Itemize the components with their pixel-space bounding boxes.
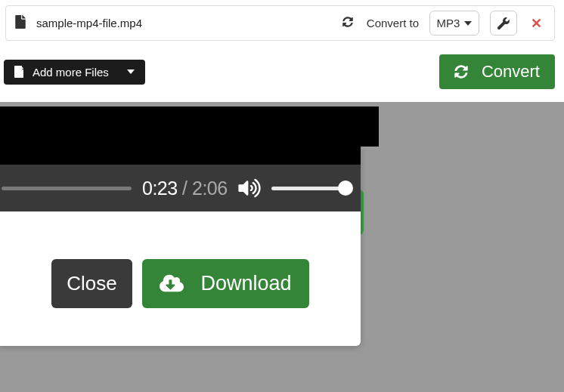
media-controls: 0:23 / 2:06 xyxy=(0,165,361,211)
close-label: Close xyxy=(67,272,116,295)
volume-icon[interactable] xyxy=(238,178,261,198)
download-label: Download xyxy=(200,272,291,295)
black-strip xyxy=(0,106,379,147)
progress-bar[interactable] xyxy=(2,187,132,190)
settings-button[interactable] xyxy=(490,11,517,35)
add-files-button[interactable]: Add more Files xyxy=(4,60,145,85)
format-select[interactable]: MP3 xyxy=(429,11,479,35)
total-time: 2:06 xyxy=(192,177,228,199)
convert-to-label: Convert to xyxy=(367,17,419,29)
file-row: sample-mp4-file.mp4 Convert to MP3 ✕ xyxy=(5,5,555,41)
add-file-icon xyxy=(14,66,23,78)
cloud-download-icon xyxy=(160,273,184,293)
modal-buttons: Close Download xyxy=(0,211,361,346)
refresh-icon xyxy=(454,65,468,79)
remove-file-button[interactable]: ✕ xyxy=(528,15,545,32)
convert-button[interactable]: Convert xyxy=(439,54,555,89)
volume-thumb[interactable] xyxy=(338,181,353,196)
current-time: 0:23 xyxy=(142,177,178,199)
close-button[interactable]: Close xyxy=(51,259,132,308)
volume-slider[interactable] xyxy=(271,187,346,190)
download-button[interactable]: Download xyxy=(142,259,309,308)
chevron-down-icon xyxy=(464,21,472,26)
add-files-label: Add more Files xyxy=(33,66,109,79)
preview-modal: 0:23 / 2:06 Close Download xyxy=(0,147,361,346)
video-player[interactable]: 0:23 / 2:06 xyxy=(0,147,361,211)
time-display: 0:23 / 2:06 xyxy=(142,177,228,199)
refresh-icon xyxy=(342,17,353,30)
chevron-down-icon xyxy=(127,69,135,74)
format-value: MP3 xyxy=(437,17,460,29)
time-separator: / xyxy=(178,177,192,199)
wrench-icon xyxy=(497,17,510,29)
filename: sample-mp4-file.mp4 xyxy=(36,17,332,29)
convert-label: Convert xyxy=(482,62,540,82)
toolbar: Add more Files Convert xyxy=(4,54,555,89)
file-icon xyxy=(15,15,26,32)
